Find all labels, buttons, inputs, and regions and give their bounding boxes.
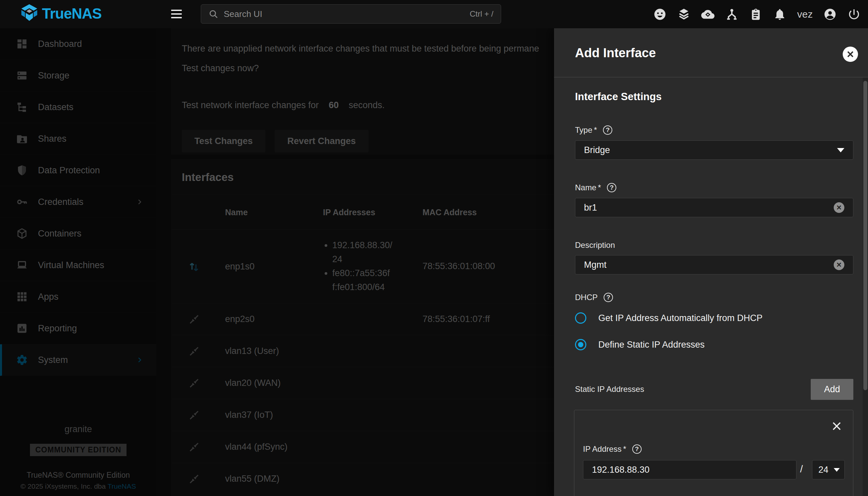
search-input[interactable] <box>224 9 470 19</box>
chevron-down-icon <box>837 148 844 152</box>
power-icon[interactable] <box>847 7 861 21</box>
cloud-connect-icon[interactable] <box>701 7 715 21</box>
radio-dhcp-auto[interactable]: Get IP Address Automatically from DHCP <box>575 312 762 324</box>
type-label-row: Type * ? <box>575 125 612 135</box>
ip-address-field <box>583 460 796 479</box>
add-static-ip-button[interactable]: Add <box>811 379 853 400</box>
global-search[interactable]: Ctrl + / <box>201 4 501 24</box>
panel-scrollbar-thumb[interactable] <box>863 81 867 390</box>
add-interface-panel: Add Interface Interface Settings Type * … <box>554 28 868 496</box>
hostname-label: vez <box>797 9 813 20</box>
notifications-bell-icon[interactable] <box>773 7 787 21</box>
ip-prefix-separator: / <box>800 463 803 475</box>
help-icon[interactable]: ? <box>607 183 616 192</box>
ip-address-label-row: IP Address * ? <box>583 445 642 454</box>
help-icon[interactable]: ? <box>604 293 613 302</box>
clear-input-icon[interactable]: ✕ <box>834 202 844 213</box>
description-field: ✕ <box>575 255 853 275</box>
description-input[interactable] <box>584 260 834 270</box>
name-input[interactable] <box>584 203 834 213</box>
name-field: ✕ <box>575 198 853 217</box>
type-label: Type * <box>575 125 597 135</box>
description-label: Description <box>575 241 615 250</box>
dhcp-label-row: DHCP ? <box>575 293 613 302</box>
search-shortcut-hint: Ctrl + / <box>470 9 493 19</box>
jobs-icon[interactable] <box>725 7 738 21</box>
close-icon[interactable] <box>843 47 858 62</box>
radio-unselected-icon <box>575 312 586 324</box>
type-select[interactable]: Bridge <box>575 140 853 160</box>
static-ip-label: Static IP Addresses <box>575 385 644 394</box>
radio-dhcp-static[interactable]: Define Static IP Addresses <box>575 339 704 350</box>
help-icon[interactable]: ? <box>603 125 612 135</box>
feedback-smiley-icon[interactable] <box>653 7 667 21</box>
modal-backdrop[interactable] <box>0 28 554 496</box>
search-icon <box>208 9 219 19</box>
ip-address-input[interactable] <box>592 465 788 475</box>
truecommand-icon[interactable] <box>677 7 690 21</box>
truenas-logo-icon <box>21 4 38 23</box>
remove-entry-icon[interactable] <box>831 420 843 432</box>
dhcp-label: DHCP <box>575 293 598 302</box>
clear-input-icon[interactable]: ✕ <box>834 260 844 270</box>
help-icon[interactable]: ? <box>632 445 642 454</box>
static-ip-entry-card: IP Address * ? / 24 <box>574 410 853 496</box>
top-bar: TrueNAS Ctrl + / <box>0 0 868 28</box>
name-label-row: Name * ? <box>575 183 616 192</box>
description-label-row: Description <box>575 241 615 250</box>
logo-text: TrueNAS <box>42 5 102 22</box>
panel-header: Add Interface <box>554 28 868 78</box>
prefix-length-select[interactable]: 24 <box>812 460 845 479</box>
static-ip-label-row: Static IP Addresses <box>575 385 644 394</box>
user-avatar[interactable] <box>823 7 837 21</box>
radio-selected-icon <box>575 339 586 350</box>
topbar-actions: vez <box>653 0 861 28</box>
truenas-logo[interactable]: TrueNAS <box>21 4 102 23</box>
name-label: Name * <box>575 183 601 192</box>
panel-scrollbar-track <box>863 78 868 496</box>
menu-hamburger-icon[interactable] <box>171 7 184 21</box>
chevron-down-icon <box>834 468 840 472</box>
section-title: Interface Settings <box>575 91 662 103</box>
ip-address-label: IP Address * <box>583 445 626 454</box>
tasks-clipboard-icon[interactable] <box>749 7 762 21</box>
panel-title: Add Interface <box>575 28 656 78</box>
